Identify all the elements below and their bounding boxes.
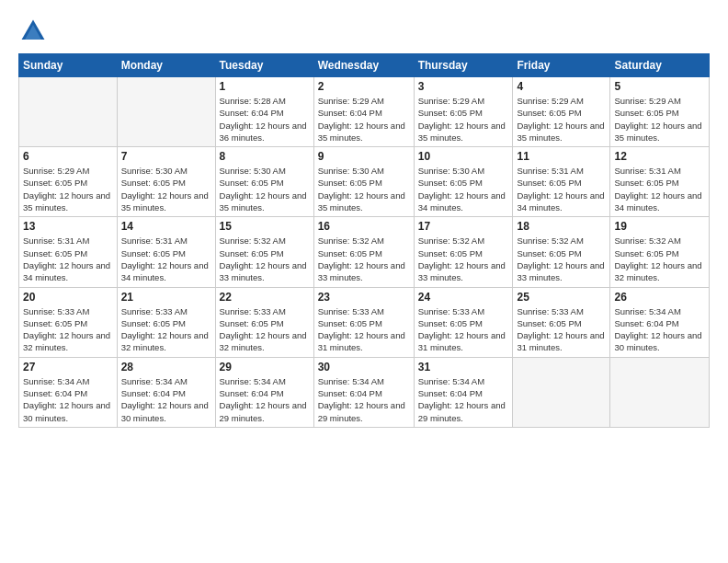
page: SundayMondayTuesdayWednesdayThursdayFrid… <box>0 0 728 563</box>
week-row-3: 13Sunrise: 5:31 AM Sunset: 6:05 PM Dayli… <box>19 217 710 287</box>
day-detail: Sunrise: 5:32 AM Sunset: 6:05 PM Dayligh… <box>614 235 705 283</box>
day-detail: Sunrise: 5:34 AM Sunset: 6:04 PM Dayligh… <box>418 375 509 424</box>
day-detail: Sunrise: 5:29 AM Sunset: 6:05 PM Dayligh… <box>517 95 606 144</box>
day-detail: Sunrise: 5:30 AM Sunset: 6:05 PM Dayligh… <box>220 165 310 213</box>
day-number: 3 <box>418 80 509 93</box>
day-cell: 31Sunrise: 5:34 AM Sunset: 6:04 PM Dayli… <box>414 357 513 427</box>
week-row-5: 27Sunrise: 5:34 AM Sunset: 6:04 PM Dayli… <box>19 357 710 427</box>
logo <box>18 17 53 46</box>
day-number: 18 <box>517 220 606 233</box>
day-number: 9 <box>318 150 410 163</box>
day-cell: 19Sunrise: 5:32 AM Sunset: 6:05 PM Dayli… <box>610 217 710 287</box>
day-cell: 30Sunrise: 5:34 AM Sunset: 6:04 PM Dayli… <box>313 357 414 427</box>
col-header-sunday: Sunday <box>19 54 118 77</box>
day-number: 15 <box>220 220 310 233</box>
col-header-monday: Monday <box>117 54 215 77</box>
day-detail: Sunrise: 5:32 AM Sunset: 6:05 PM Dayligh… <box>418 235 509 283</box>
day-cell: 24Sunrise: 5:33 AM Sunset: 6:05 PM Dayli… <box>414 287 513 357</box>
day-cell: 20Sunrise: 5:33 AM Sunset: 6:05 PM Dayli… <box>19 287 118 357</box>
header <box>18 17 710 46</box>
day-detail: Sunrise: 5:33 AM Sunset: 6:05 PM Dayligh… <box>220 305 310 354</box>
day-cell: 4Sunrise: 5:29 AM Sunset: 6:05 PM Daylig… <box>513 77 610 147</box>
day-detail: Sunrise: 5:33 AM Sunset: 6:05 PM Dayligh… <box>23 305 113 354</box>
col-header-friday: Friday <box>513 54 610 77</box>
day-cell: 10Sunrise: 5:30 AM Sunset: 6:05 PM Dayli… <box>414 147 513 217</box>
day-number: 2 <box>318 80 410 93</box>
day-number: 22 <box>220 291 310 304</box>
day-number: 1 <box>220 80 310 93</box>
day-detail: Sunrise: 5:30 AM Sunset: 6:05 PM Dayligh… <box>121 165 211 213</box>
day-detail: Sunrise: 5:32 AM Sunset: 6:05 PM Dayligh… <box>318 235 410 283</box>
day-number: 8 <box>220 150 310 163</box>
day-cell: 3Sunrise: 5:29 AM Sunset: 6:05 PM Daylig… <box>414 77 513 147</box>
day-detail: Sunrise: 5:33 AM Sunset: 6:05 PM Dayligh… <box>418 305 509 354</box>
day-cell: 22Sunrise: 5:33 AM Sunset: 6:05 PM Dayli… <box>215 287 313 357</box>
day-cell: 15Sunrise: 5:32 AM Sunset: 6:05 PM Dayli… <box>215 217 313 287</box>
day-number: 24 <box>418 291 509 304</box>
day-cell: 17Sunrise: 5:32 AM Sunset: 6:05 PM Dayli… <box>414 217 513 287</box>
day-detail: Sunrise: 5:31 AM Sunset: 6:05 PM Dayligh… <box>23 235 113 283</box>
day-number: 30 <box>318 361 410 373</box>
day-detail: Sunrise: 5:32 AM Sunset: 6:05 PM Dayligh… <box>517 235 606 283</box>
day-number: 6 <box>23 150 113 163</box>
col-header-thursday: Thursday <box>414 54 513 77</box>
day-cell: 5Sunrise: 5:29 AM Sunset: 6:05 PM Daylig… <box>610 77 710 147</box>
day-detail: Sunrise: 5:34 AM Sunset: 6:04 PM Dayligh… <box>121 375 211 424</box>
day-number: 26 <box>614 291 705 304</box>
day-number: 7 <box>121 150 211 163</box>
col-header-wednesday: Wednesday <box>313 54 414 77</box>
day-cell: 14Sunrise: 5:31 AM Sunset: 6:05 PM Dayli… <box>117 217 215 287</box>
day-detail: Sunrise: 5:29 AM Sunset: 6:05 PM Dayligh… <box>23 165 113 213</box>
day-detail: Sunrise: 5:31 AM Sunset: 6:05 PM Dayligh… <box>517 165 606 213</box>
day-cell: 29Sunrise: 5:34 AM Sunset: 6:04 PM Dayli… <box>215 357 313 427</box>
day-number: 23 <box>318 291 410 304</box>
day-detail: Sunrise: 5:34 AM Sunset: 6:04 PM Dayligh… <box>23 375 113 424</box>
day-cell: 25Sunrise: 5:33 AM Sunset: 6:05 PM Dayli… <box>513 287 610 357</box>
day-detail: Sunrise: 5:29 AM Sunset: 6:04 PM Dayligh… <box>318 95 410 144</box>
day-cell: 23Sunrise: 5:33 AM Sunset: 6:05 PM Dayli… <box>313 287 414 357</box>
day-number: 4 <box>517 80 606 93</box>
day-number: 21 <box>121 291 211 304</box>
day-detail: Sunrise: 5:31 AM Sunset: 6:05 PM Dayligh… <box>614 165 705 213</box>
day-number: 5 <box>614 80 705 93</box>
day-cell: 11Sunrise: 5:31 AM Sunset: 6:05 PM Dayli… <box>513 147 610 217</box>
day-number: 19 <box>614 220 705 233</box>
day-detail: Sunrise: 5:29 AM Sunset: 6:05 PM Dayligh… <box>614 95 705 144</box>
day-cell: 21Sunrise: 5:33 AM Sunset: 6:05 PM Dayli… <box>117 287 215 357</box>
day-cell: 28Sunrise: 5:34 AM Sunset: 6:04 PM Dayli… <box>117 357 215 427</box>
day-cell: 9Sunrise: 5:30 AM Sunset: 6:05 PM Daylig… <box>313 147 414 217</box>
day-number: 10 <box>418 150 509 163</box>
day-detail: Sunrise: 5:31 AM Sunset: 6:05 PM Dayligh… <box>121 235 211 283</box>
day-number: 14 <box>121 220 211 233</box>
day-detail: Sunrise: 5:33 AM Sunset: 6:05 PM Dayligh… <box>517 305 606 354</box>
day-cell <box>19 77 118 147</box>
day-cell <box>610 357 710 427</box>
day-cell: 18Sunrise: 5:32 AM Sunset: 6:05 PM Dayli… <box>513 217 610 287</box>
day-cell: 13Sunrise: 5:31 AM Sunset: 6:05 PM Dayli… <box>19 217 118 287</box>
day-detail: Sunrise: 5:28 AM Sunset: 6:04 PM Dayligh… <box>220 95 310 144</box>
logo-icon <box>18 17 48 46</box>
day-cell: 12Sunrise: 5:31 AM Sunset: 6:05 PM Dayli… <box>610 147 710 217</box>
week-row-1: 1Sunrise: 5:28 AM Sunset: 6:04 PM Daylig… <box>19 77 710 147</box>
day-number: 11 <box>517 150 606 163</box>
col-header-tuesday: Tuesday <box>215 54 313 77</box>
day-detail: Sunrise: 5:34 AM Sunset: 6:04 PM Dayligh… <box>318 375 410 424</box>
week-row-4: 20Sunrise: 5:33 AM Sunset: 6:05 PM Dayli… <box>19 287 710 357</box>
day-cell <box>117 77 215 147</box>
day-number: 27 <box>23 361 113 373</box>
day-cell: 16Sunrise: 5:32 AM Sunset: 6:05 PM Dayli… <box>313 217 414 287</box>
day-number: 16 <box>318 220 410 233</box>
day-detail: Sunrise: 5:33 AM Sunset: 6:05 PM Dayligh… <box>318 305 410 354</box>
day-cell: 8Sunrise: 5:30 AM Sunset: 6:05 PM Daylig… <box>215 147 313 217</box>
day-number: 25 <box>517 291 606 304</box>
day-number: 28 <box>121 361 211 373</box>
day-detail: Sunrise: 5:30 AM Sunset: 6:05 PM Dayligh… <box>418 165 509 213</box>
day-number: 17 <box>418 220 509 233</box>
day-detail: Sunrise: 5:30 AM Sunset: 6:05 PM Dayligh… <box>318 165 410 213</box>
header-row: SundayMondayTuesdayWednesdayThursdayFrid… <box>19 54 710 77</box>
day-detail: Sunrise: 5:34 AM Sunset: 6:04 PM Dayligh… <box>220 375 310 424</box>
day-cell: 1Sunrise: 5:28 AM Sunset: 6:04 PM Daylig… <box>215 77 313 147</box>
day-detail: Sunrise: 5:33 AM Sunset: 6:05 PM Dayligh… <box>121 305 211 354</box>
day-detail: Sunrise: 5:32 AM Sunset: 6:05 PM Dayligh… <box>220 235 310 283</box>
day-number: 31 <box>418 361 509 373</box>
